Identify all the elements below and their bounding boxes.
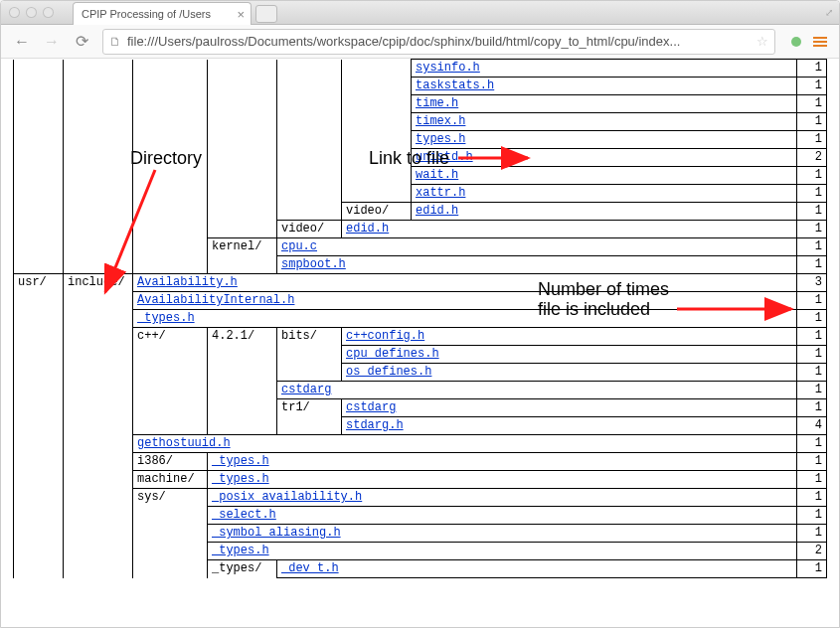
file-link[interactable]: sysinfo.h <box>416 61 480 75</box>
file-link[interactable]: unistd.h <box>416 150 473 164</box>
dir-cell <box>208 256 277 274</box>
file-link[interactable]: AvailabilityInternal.h <box>137 293 294 307</box>
file-cell: timex.h <box>412 113 797 131</box>
zoom-window-button[interactable] <box>43 7 54 18</box>
forward-button[interactable]: → <box>39 29 65 55</box>
include-count: 1 <box>797 382 827 399</box>
table-row: _types.h2 <box>14 543 827 560</box>
close-tab-icon[interactable]: × <box>237 7 245 22</box>
bookmark-star-icon[interactable]: ☆ <box>756 34 768 49</box>
dir-cell <box>342 131 412 149</box>
dir-cell <box>208 78 277 95</box>
file-link[interactable]: c++config.h <box>346 329 424 343</box>
file-link[interactable]: smpboot.h <box>281 257 346 271</box>
dir-cell <box>208 399 277 417</box>
dir-cell <box>64 310 133 328</box>
file-link[interactable]: xattr.h <box>416 186 465 200</box>
file-link[interactable]: types.h <box>416 132 465 146</box>
dir-cell <box>14 525 64 543</box>
file-link[interactable]: _types.h <box>212 472 269 486</box>
table-row: _select.h1 <box>14 507 827 525</box>
dir-cell <box>277 417 342 435</box>
dir-cell <box>208 113 277 131</box>
dir-cell <box>64 292 133 310</box>
file-link[interactable]: cstdarg <box>281 383 331 396</box>
file-link[interactable]: wait.h <box>416 168 458 182</box>
table-row: gethostuuid.h1 <box>14 435 827 453</box>
dir-cell <box>14 256 64 274</box>
dir-cell <box>133 203 208 221</box>
browser-window: ⤢ CPIP Processing of /Users × ← → ⟳ 🗋 fi… <box>0 0 840 628</box>
dir-cell <box>14 113 64 131</box>
dir-cell <box>14 95 64 113</box>
dir-cell <box>14 435 64 453</box>
file-cell: sysinfo.h <box>412 60 797 78</box>
dir-cell <box>14 60 64 78</box>
dir-cell <box>133 221 208 238</box>
dir-cell <box>277 95 342 113</box>
extension-icon[interactable] <box>791 37 801 47</box>
file-link[interactable]: cpu.c <box>281 239 317 253</box>
table-row: timex.h1 <box>14 113 827 131</box>
dir-cell <box>64 435 133 453</box>
include-count: 1 <box>797 453 827 471</box>
url-bar[interactable]: 🗋 file:///Users/paulross/Documents/works… <box>102 29 775 55</box>
file-link[interactable]: _types.h <box>212 454 269 468</box>
back-button[interactable]: ← <box>9 29 35 55</box>
close-window-button[interactable] <box>9 7 20 18</box>
dir-cell <box>277 78 342 95</box>
dir-cell <box>342 167 412 185</box>
reload-button[interactable]: ⟳ <box>69 29 94 55</box>
dir-cell <box>133 543 208 560</box>
table-row: usr/include/Availability.h3 <box>14 274 827 292</box>
table-row: machine/_types.h1 <box>14 471 827 489</box>
dir-cell <box>277 149 342 167</box>
table-row: types.h1 <box>14 131 827 149</box>
file-link[interactable]: cstdarg <box>346 400 396 414</box>
table-row: cstdarg1 <box>14 382 827 399</box>
file-link[interactable]: cpu_defines.h <box>346 347 439 361</box>
include-count: 1 <box>797 256 827 274</box>
tab-title: CPIP Processing of /Users <box>82 8 211 20</box>
file-link[interactable]: _select.h <box>212 508 276 522</box>
new-tab-button[interactable] <box>255 5 277 23</box>
file-link[interactable]: edid.h <box>416 204 458 218</box>
include-count: 1 <box>797 221 827 238</box>
file-include-table: sysinfo.h1taskstats.h1time.h1timex.h1typ… <box>13 59 827 578</box>
file-link[interactable]: gethostuuid.h <box>137 436 231 450</box>
file-link[interactable]: time.h <box>416 96 458 110</box>
hamburger-menu-icon[interactable] <box>813 37 827 47</box>
dir-cell <box>64 417 133 435</box>
file-link[interactable]: os_defines.h <box>346 365 431 379</box>
table-row: smpboot.h1 <box>14 256 827 274</box>
dir-cell <box>14 149 64 167</box>
tab-bar: CPIP Processing of /Users × <box>73 2 277 25</box>
table-row: unistd.h2 <box>14 149 827 167</box>
file-link[interactable]: _types.h <box>137 311 195 325</box>
file-link[interactable]: edid.h <box>346 222 389 236</box>
include-count: 4 <box>797 417 827 435</box>
minimize-window-button[interactable] <box>26 7 37 18</box>
include-count: 1 <box>797 364 827 382</box>
file-link[interactable]: timex.h <box>416 114 465 128</box>
file-link[interactable]: taskstats.h <box>416 78 494 92</box>
table-row: i386/_types.h1 <box>14 453 827 471</box>
dir-cell <box>14 453 64 471</box>
table-row: video/edid.h1 <box>14 221 827 238</box>
dir-cell <box>14 292 64 310</box>
file-cell: c++config.h <box>342 328 797 346</box>
file-link[interactable]: _symbol_aliasing.h <box>212 526 341 540</box>
browser-tab[interactable]: CPIP Processing of /Users × <box>73 2 252 25</box>
include-count: 2 <box>797 149 827 167</box>
dir-cell <box>342 149 412 167</box>
file-link[interactable]: _types.h <box>212 544 269 557</box>
dir-cell <box>133 185 208 203</box>
file-link[interactable]: _posix_availability.h <box>212 490 362 504</box>
file-link[interactable]: Availability.h <box>137 275 238 289</box>
file-link[interactable]: _dev_t.h <box>281 561 339 575</box>
dir-cell <box>14 560 64 578</box>
include-count: 1 <box>797 507 827 525</box>
file-link[interactable]: stdarg.h <box>346 418 404 432</box>
table-row: taskstats.h1 <box>14 78 827 95</box>
include-count: 1 <box>797 185 827 203</box>
